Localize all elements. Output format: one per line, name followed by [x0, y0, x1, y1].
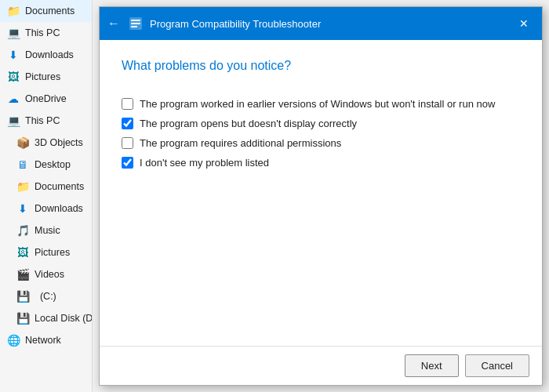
- sidebar-item-network[interactable]: 🌐 Network: [0, 329, 92, 351]
- folder-icon: 📁: [16, 180, 30, 194]
- sidebar-item-drive-d[interactable]: 💾 Local Disk (D:): [0, 307, 92, 329]
- sidebar-item-label: Videos: [35, 269, 64, 280]
- sidebar-item-label: Desktop: [35, 159, 71, 170]
- sidebar-item-documents-pc[interactable]: 📁 Documents: [0, 176, 92, 198]
- sidebar-item-label: OneDrive: [25, 93, 67, 104]
- close-button[interactable]: ✕: [514, 13, 534, 34]
- checkbox-2-label[interactable]: The program opens but doesn't display co…: [140, 118, 357, 129]
- dialog-footer: Next Cancel: [100, 346, 542, 385]
- checkbox-4[interactable]: [122, 157, 133, 169]
- sidebar-item-label: Local Disk (D:): [35, 313, 93, 324]
- sidebar-item-label: This PC: [25, 27, 60, 38]
- pictures-icon: 🖼: [16, 245, 30, 260]
- sidebar-item-thispc-section[interactable]: 💻 This PC: [0, 110, 92, 132]
- troubleshooter-icon: [128, 16, 144, 31]
- download-icon: ⬇: [6, 48, 20, 62]
- sidebar-item-videos[interactable]: 🎬 Videos: [0, 263, 92, 285]
- svg-rect-2: [131, 23, 140, 24]
- checkbox-item-1[interactable]: The program worked in earlier versions o…: [122, 98, 520, 110]
- sidebar-item-label: Downloads: [25, 49, 74, 60]
- dialog-titlebar: ← Program Compatibility Troubleshooter ✕: [100, 7, 542, 40]
- next-button[interactable]: Next: [405, 354, 459, 377]
- sidebar: 📁 Documents 💻 This PC ⬇ Downloads 🖼 Pict…: [0, 0, 93, 392]
- download-icon: ⬇: [16, 201, 30, 216]
- sidebar-item-downloads-top[interactable]: ⬇ Downloads: [0, 44, 92, 66]
- desktop-icon: 🖥: [16, 158, 30, 172]
- dialog-body: What problems do you notice? The program…: [100, 40, 542, 346]
- sidebar-item-onedrive[interactable]: ☁ OneDrive: [0, 88, 92, 110]
- videos-icon: 🎬: [16, 267, 30, 281]
- checkbox-3-label[interactable]: The program requires additional permissi…: [140, 137, 341, 149]
- checkbox-2[interactable]: [122, 118, 133, 129]
- sidebar-item-label: Documents: [25, 5, 75, 16]
- sidebar-item-thispc-top[interactable]: 💻 This PC: [0, 22, 92, 44]
- computer-icon: 💻: [6, 114, 20, 128]
- svg-rect-1: [131, 20, 140, 21]
- checkbox-item-4[interactable]: I don't see my problem listed: [122, 157, 520, 169]
- sidebar-item-label: (C:): [35, 291, 56, 302]
- sidebar-item-label: Pictures: [25, 71, 60, 82]
- 3d-objects-icon: 📦: [16, 136, 30, 150]
- sidebar-item-label: Documents: [35, 181, 84, 192]
- sidebar-item-drive-c[interactable]: 💾 (C:): [0, 285, 92, 307]
- network-icon: 🌐: [6, 333, 20, 347]
- checkbox-1[interactable]: [122, 98, 133, 110]
- music-icon: 🎵: [16, 223, 30, 238]
- drive-icon: 💾: [16, 311, 30, 325]
- pictures-icon: 🖼: [6, 70, 20, 84]
- cloud-icon: ☁: [6, 92, 20, 106]
- sidebar-item-label: 3D Objects: [35, 137, 83, 148]
- sidebar-item-label: Music: [35, 225, 60, 236]
- sidebar-item-label: This PC: [25, 115, 60, 126]
- checkbox-3[interactable]: [122, 137, 133, 149]
- sidebar-item-label: Network: [25, 335, 61, 346]
- checkbox-item-2[interactable]: The program opens but doesn't display co…: [122, 118, 520, 129]
- dialog-question: What problems do you notice?: [122, 59, 520, 73]
- dialog: ← Program Compatibility Troubleshooter ✕…: [99, 6, 543, 386]
- main-area: ← Program Compatibility Troubleshooter ✕…: [93, 0, 549, 392]
- sidebar-item-documents-top[interactable]: 📁 Documents: [0, 0, 92, 22]
- sidebar-item-music[interactable]: 🎵 Music: [0, 220, 92, 241]
- folder-icon: 📁: [6, 4, 20, 18]
- back-button[interactable]: ←: [107, 16, 120, 31]
- checkbox-1-label[interactable]: The program worked in earlier versions o…: [140, 98, 495, 110]
- checkbox-4-label[interactable]: I don't see my problem listed: [140, 157, 269, 169]
- cancel-button[interactable]: Cancel: [465, 354, 529, 377]
- checkbox-item-3[interactable]: The program requires additional permissi…: [122, 137, 520, 149]
- svg-rect-3: [131, 26, 137, 27]
- sidebar-item-pictures-pc[interactable]: 🖼 Pictures: [0, 241, 92, 263]
- sidebar-item-label: Pictures: [35, 247, 70, 258]
- dialog-title: Program Compatibility Troubleshooter: [150, 18, 507, 30]
- computer-icon: 💻: [6, 26, 20, 40]
- checkbox-list: The program worked in earlier versions o…: [122, 98, 520, 169]
- sidebar-item-3dobjects[interactable]: 📦 3D Objects: [0, 132, 92, 154]
- sidebar-item-label: Downloads: [35, 203, 83, 214]
- drive-icon: 💾: [16, 289, 30, 303]
- sidebar-item-downloads-pc[interactable]: ⬇ Downloads: [0, 198, 92, 220]
- sidebar-item-pictures-top[interactable]: 🖼 Pictures: [0, 66, 92, 88]
- sidebar-item-desktop[interactable]: 🖥 Desktop: [0, 154, 92, 176]
